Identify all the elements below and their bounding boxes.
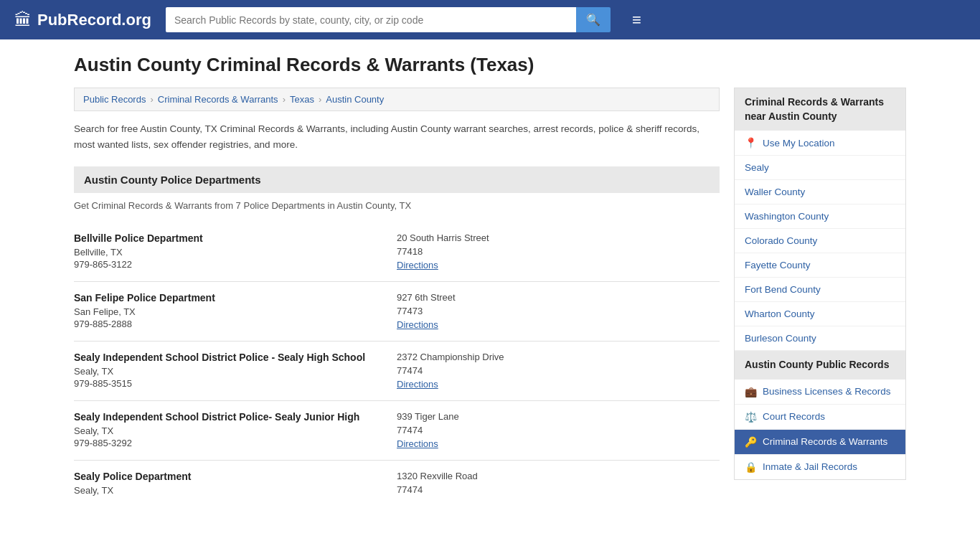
dept-left-4: Sealy Police Department Sealy, TX [74,471,397,497]
sidebar-fayette-county-link[interactable]: Fayette County [745,260,811,270]
sidebar-item-court-records[interactable]: ⚖️ Court Records [735,405,905,430]
main-content: Public Records › Criminal Records & Warr… [74,88,720,507]
sidebar-colorado-county-link[interactable]: Colorado County [745,235,817,246]
table-row: Bellville Police Department Bellville, T… [74,222,720,282]
directions-link-3[interactable]: Directions [397,438,720,449]
dept-phone-0: 979-865-3122 [74,259,397,270]
logo-link[interactable]: 🏛 PubRecord.org [14,10,151,30]
breadcrumb-link-criminal-records[interactable]: Criminal Records & Warrants [158,94,278,105]
dept-phone-2: 979-885-3515 [74,378,397,389]
sidebar-item-use-my-location[interactable]: 📍 Use My Location [735,131,905,156]
directions-link-0[interactable]: Directions [397,260,720,270]
sidebar-washington-county-link[interactable]: Washington County [745,211,829,222]
sidebar-fort-bend-county-link[interactable]: Fort Bend County [745,284,821,295]
sidebar-nearby-header: Criminal Records & Warrants near Austin … [735,88,905,131]
breadcrumb-link-public-records[interactable]: Public Records [83,94,146,105]
dept-city-3: Sealy, TX [74,425,397,436]
sidebar-waller-county-link[interactable]: Waller County [745,187,805,197]
sidebar-item-washington-county[interactable]: Washington County [735,204,905,229]
sidebar-item-business-licenses[interactable]: 💼 Business Licenses & Records [735,380,905,405]
directions-link-1[interactable]: Directions [397,319,720,330]
sidebar-item-sealy[interactable]: Sealy [735,156,905,180]
dept-name-1: San Felipe Police Department [74,292,397,303]
dept-zip-3: 77474 [397,425,720,435]
dept-phone-1: 979-885-2888 [74,319,397,329]
breadcrumb-sep-2: › [283,94,286,105]
sidebar-item-criminal-records[interactable]: 🔑 Criminal Records & Warrants [735,430,905,455]
dept-street-2: 2372 Championship Drive [397,352,720,362]
sidebar-use-my-location-link[interactable]: Use My Location [763,138,835,149]
section-header: Austin County Police Departments [74,166,720,193]
logo-icon: 🏛 [14,10,32,30]
search-button[interactable]: 🔍 [576,7,611,32]
scales-icon: ⚖️ [745,411,757,423]
breadcrumb: Public Records › Criminal Records & Warr… [74,88,720,111]
sidebar-burleson-county-link[interactable]: Burleson County [745,333,816,344]
main-container: Austin County Criminal Records & Warrant… [60,39,920,522]
sidebar-item-burleson-county[interactable]: Burleson County [735,326,905,351]
dept-street-0: 20 South Harris Street [397,232,720,243]
dept-zip-2: 77474 [397,365,720,376]
location-icon: 📍 [745,137,757,149]
breadcrumb-sep-3: › [319,94,321,105]
breadcrumb-link-texas[interactable]: Texas [290,94,314,105]
sidebar: Criminal Records & Warrants near Austin … [734,88,906,507]
dept-right-3: 939 Tiger Lane 77474 Directions [397,411,720,450]
sidebar-item-fort-bend-county[interactable]: Fort Bend County [735,278,905,302]
departments-list: Bellville Police Department Bellville, T… [74,222,720,507]
search-input[interactable] [166,7,576,32]
dept-name-2: Sealy Independent School District Police… [74,352,397,363]
dept-city-0: Bellville, TX [74,247,397,258]
sidebar-item-waller-county[interactable]: Waller County [735,180,905,204]
key-icon: 🔑 [745,436,757,448]
dept-name-3: Sealy Independent School District Police… [74,411,397,423]
dept-city-4: Sealy, TX [74,485,397,496]
sidebar-item-wharton-county[interactable]: Wharton County [735,302,905,326]
dept-left-2: Sealy Independent School District Police… [74,352,397,390]
sidebar-item-colorado-county[interactable]: Colorado County [735,229,905,253]
table-row: San Felipe Police Department San Felipe,… [74,282,720,342]
breadcrumb-link-austin-county[interactable]: Austin County [326,94,384,105]
dept-zip-0: 77418 [397,246,720,257]
dept-left-3: Sealy Independent School District Police… [74,411,397,450]
sidebar-inmate-jail-link[interactable]: Inmate & Jail Records [763,461,857,472]
dept-right-2: 2372 Championship Drive 77474 Directions [397,352,720,390]
dept-phone-3: 979-885-3292 [74,438,397,448]
dept-left-0: Bellville Police Department Bellville, T… [74,232,397,271]
briefcase-icon: 💼 [745,386,757,397]
content-layout: Public Records › Criminal Records & Warr… [74,88,906,507]
dept-zip-4: 77474 [397,484,720,495]
dept-city-1: San Felipe, TX [74,306,397,317]
sidebar-court-records-link[interactable]: Court Records [763,411,825,422]
dept-left-1: San Felipe Police Department San Felipe,… [74,292,397,331]
dept-right-4: 1320 Rexville Road 77474 [397,471,720,497]
search-bar: 🔍 [166,7,611,32]
logo-text: PubRecord.org [37,11,151,29]
page-description: Search for free Austin County, TX Crimin… [74,121,720,152]
dept-street-4: 1320 Rexville Road [397,471,720,481]
menu-button[interactable]: ≡ [632,11,641,29]
sidebar-sealy-link[interactable]: Sealy [745,162,769,173]
page-title: Austin County Criminal Records & Warrant… [74,54,906,76]
lock-icon: 🔒 [745,461,757,473]
sidebar-nearby-box: Criminal Records & Warrants near Austin … [734,88,906,480]
dept-street-1: 927 6th Street [397,292,720,303]
sidebar-wharton-county-link[interactable]: Wharton County [745,309,815,319]
sidebar-public-records-header: Austin County Public Records [735,351,905,380]
sidebar-item-inmate-jail[interactable]: 🔒 Inmate & Jail Records [735,455,905,479]
dept-right-1: 927 6th Street 77473 Directions [397,292,720,331]
breadcrumb-sep-1: › [150,94,153,105]
dept-right-0: 20 South Harris Street 77418 Directions [397,232,720,271]
sidebar-item-fayette-county[interactable]: Fayette County [735,253,905,278]
dept-city-2: Sealy, TX [74,366,397,377]
sidebar-business-licenses-link[interactable]: Business Licenses & Records [763,386,891,397]
site-header: 🏛 PubRecord.org 🔍 ≡ [0,0,980,39]
directions-link-2[interactable]: Directions [397,379,720,390]
table-row: Sealy Independent School District Police… [74,401,720,461]
dept-street-3: 939 Tiger Lane [397,411,720,422]
dept-zip-1: 77473 [397,306,720,316]
table-row: Sealy Police Department Sealy, TX 1320 R… [74,461,720,507]
section-subtitle: Get Criminal Records & Warrants from 7 P… [74,200,720,211]
search-icon: 🔍 [586,14,600,26]
dept-name-0: Bellville Police Department [74,232,397,244]
